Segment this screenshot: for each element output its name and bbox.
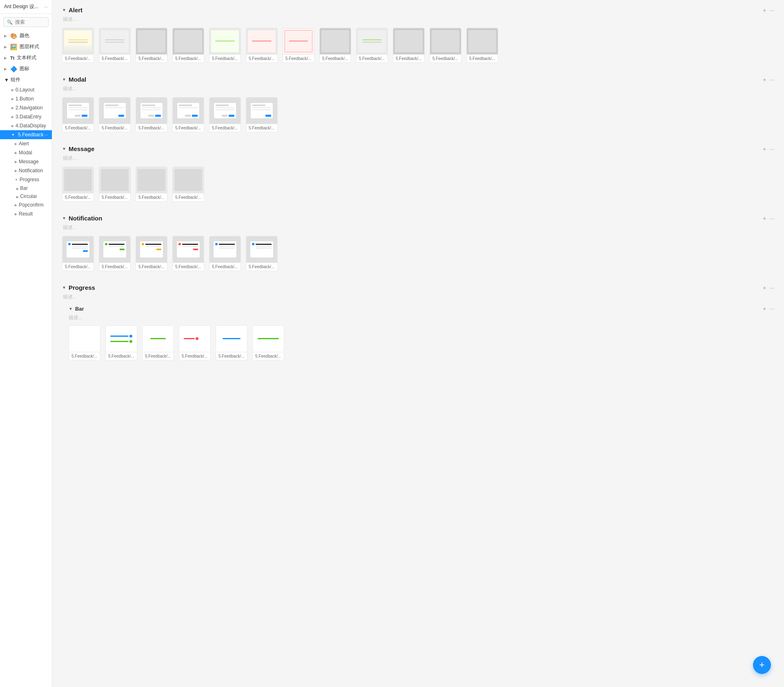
notification-card-1[interactable]: 5.Feedback/... (62, 236, 94, 271)
modal-card-1[interactable]: 5.Feedback/... (62, 97, 94, 132)
notification-card-3[interactable]: 5.Feedback/... (136, 236, 167, 271)
app-menu-button[interactable]: ··· (44, 4, 48, 10)
section-chevron-icon: ▼ (69, 307, 73, 311)
modal-more-button[interactable]: ··· (769, 76, 774, 83)
message-cards-grid: 5.Feedback/... 5.Feedback/... 5.Feedback… (62, 167, 774, 202)
sidebar-item-progress[interactable]: ▼ Progress (0, 175, 52, 184)
card-label: 5.Feedback/... (173, 124, 204, 132)
alert-add-button[interactable]: + (763, 7, 766, 13)
bar-card-3[interactable]: 5.Feedback/... (142, 325, 174, 360)
colors-icon: 🎨 (10, 33, 17, 39)
sidebar-item-circular[interactable]: ▶ Circular (0, 192, 52, 200)
alert-card-12[interactable]: 5.Feedback/... (466, 28, 498, 63)
alert-card-6[interactable]: 5.Feedback/... (246, 28, 278, 63)
chevron-right-icon: ▶ (11, 97, 14, 101)
fab-button[interactable]: + (753, 656, 771, 674)
message-card-2[interactable]: 5.Feedback/... (99, 167, 131, 202)
sidebar-item-datadisplay[interactable]: ▶ 4.DataDisplay (0, 121, 52, 130)
search-input[interactable] (15, 19, 45, 25)
sidebar-components-group[interactable]: ▼ 组件 (0, 74, 52, 85)
sidebar-item-alert[interactable]: ▶ Alert (0, 139, 52, 148)
components-label: 组件 (11, 76, 20, 83)
modal-add-button[interactable]: + (763, 76, 766, 83)
sidebar-item-layer-styles[interactable]: ▶ 🖼️ 图层样式 (0, 41, 52, 52)
bar-card-2[interactable]: 5.Feedback/... (105, 325, 137, 360)
progress-add-button[interactable]: + (763, 285, 766, 291)
search-box[interactable]: 🔍 (3, 17, 49, 27)
alert-card-4[interactable]: 5.Feedback/... (172, 28, 204, 63)
bar-card-4[interactable]: 5.Feedback/... (179, 325, 211, 360)
bar-card-1[interactable]: 5.Feedback/... (69, 325, 100, 360)
sidebar-item-result[interactable]: ▶ Result (0, 209, 52, 218)
modal-card-2[interactable]: 5.Feedback/... (99, 97, 131, 132)
notification-card-5[interactable]: 5.Feedback/... (209, 236, 241, 271)
sidebar-item-message[interactable]: ▶ Message (0, 157, 52, 166)
sidebar-item-popconfirm[interactable]: ▶ Popconfirm (0, 200, 52, 209)
sidebar-item-navigation[interactable]: ▶ 2.Navigation (0, 103, 52, 112)
card-label: 5.Feedback/... (356, 54, 388, 62)
sidebar-item-bar[interactable]: ▶ Bar (0, 184, 52, 192)
alert-more-button[interactable]: ··· (769, 7, 774, 13)
notification-card-4[interactable]: 5.Feedback/... (172, 236, 204, 271)
bar-more-button[interactable]: ··· (769, 305, 774, 312)
progress-more-button[interactable]: ··· (769, 285, 774, 291)
bar-desc: 描述... (69, 314, 774, 321)
icons-icon: 🔷 (10, 66, 17, 72)
alert-card-5[interactable]: 5.Feedback/... (209, 28, 241, 63)
notification-card-6[interactable]: 5.Feedback/... (246, 236, 278, 271)
notification-title-row[interactable]: ▼ Notification (62, 215, 102, 222)
message-more-button[interactable]: ··· (769, 146, 774, 152)
sidebar-item-layout[interactable]: ▶ 0.Layout (0, 85, 52, 94)
chevron-right-icon: ▶ (15, 160, 17, 164)
sidebar-item-icons[interactable]: ▶ 🔷 图标 (0, 63, 52, 74)
card-label: 5.Feedback/... (209, 262, 241, 271)
message-card-3[interactable]: 5.Feedback/... (136, 167, 167, 202)
sidebar-item-feedback[interactable]: ▼ 5.Feedback ··· (0, 130, 52, 139)
card-label: 5.Feedback/... (209, 54, 241, 62)
alert-card-2[interactable]: 5.Feedback/... (99, 28, 131, 63)
sidebar-item-text-styles[interactable]: ▶ Tt 文本样式 (0, 52, 52, 63)
modal-card-5[interactable]: 5.Feedback/... (209, 97, 241, 132)
alert-title-row[interactable]: ▼ Alert (62, 7, 82, 13)
alert-card-11[interactable]: 5.Feedback/... (430, 28, 461, 63)
alert-card-3[interactable]: 5.Feedback/... (136, 28, 167, 63)
notification-desc: 描述... (62, 224, 774, 231)
message-card-4[interactable]: 5.Feedback/... (172, 167, 204, 202)
modal-card-6[interactable]: 5.Feedback/... (246, 97, 278, 132)
message-card-1[interactable]: 5.Feedback/... (62, 167, 94, 202)
bar-sub-section: ▼ Bar + ··· 描述... 5.Feedback/... (69, 305, 774, 360)
alert-section-actions: + ··· (763, 7, 774, 13)
message-title-row[interactable]: ▼ Message (62, 145, 94, 152)
modal-section-actions: + ··· (763, 76, 774, 83)
alert-card-10[interactable]: 5.Feedback/... (393, 28, 425, 63)
alert-card-7[interactable]: 5.Feedback/... (283, 28, 314, 63)
sidebar-item-label: 图层样式 (20, 43, 39, 50)
alert-card-9[interactable]: 5.Feedback/... (356, 28, 388, 63)
feedback-options-icon[interactable]: ··· (45, 133, 48, 137)
modal-title-row[interactable]: ▼ Modal (62, 76, 86, 83)
sidebar-item-notification[interactable]: ▶ Notification (0, 166, 52, 175)
alert-card-8[interactable]: 5.Feedback/... (319, 28, 351, 63)
card-label: 5.Feedback/... (173, 54, 204, 62)
alert-card-1[interactable]: 5.Feedback/... (62, 28, 94, 63)
notification-card-2[interactable]: 5.Feedback/... (99, 236, 131, 271)
modal-card-4[interactable]: 5.Feedback/... (172, 97, 204, 132)
sidebar-item-button[interactable]: ▶ 1.Button (0, 94, 52, 103)
sidebar-item-modal[interactable]: ▶ Modal (0, 148, 52, 157)
bar-title-row[interactable]: ▼ Bar (69, 306, 84, 312)
chevron-down-icon: ▼ (4, 77, 9, 83)
progress-title-row[interactable]: ▼ Progress (62, 284, 95, 291)
bar-add-button[interactable]: + (763, 305, 766, 312)
bar-card-5[interactable]: 5.Feedback/... (216, 325, 247, 360)
sidebar-item-colors[interactable]: ▶ 🎨 颜色 (0, 30, 52, 41)
sidebar-item-dataentry[interactable]: ▶ 3.DataEntry (0, 112, 52, 121)
bar-card-6[interactable]: 5.Feedback/... (252, 325, 284, 360)
notification-add-button[interactable]: + (763, 215, 766, 222)
modal-card-3[interactable]: 5.Feedback/... (136, 97, 167, 132)
section-chevron-icon: ▼ (62, 216, 66, 220)
sidebar-item-label: 颜色 (20, 32, 29, 39)
message-add-button[interactable]: + (763, 146, 766, 152)
chevron-right-icon: ▶ (16, 187, 19, 191)
card-label: 5.Feedback/... (209, 124, 241, 132)
notification-more-button[interactable]: ··· (769, 215, 774, 222)
